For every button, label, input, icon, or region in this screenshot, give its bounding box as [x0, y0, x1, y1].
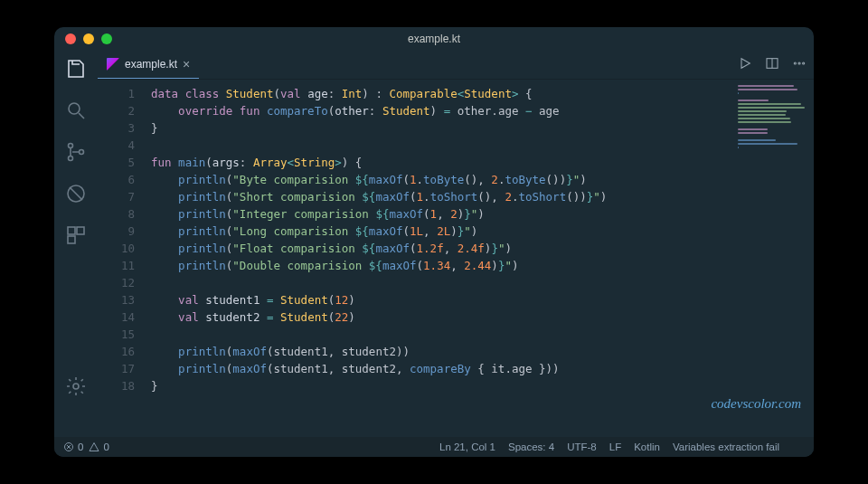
errors-count[interactable]: 0 — [63, 441, 83, 452]
svg-rect-5 — [68, 227, 75, 234]
cursor-position[interactable]: Ln 21, Col 1 — [439, 441, 495, 452]
debug-icon[interactable] — [65, 183, 87, 208]
settings-icon[interactable] — [65, 375, 87, 401]
run-icon[interactable] — [738, 56, 752, 74]
zoom-window[interactable] — [101, 33, 112, 44]
kotlin-icon — [107, 58, 119, 71]
svg-point-2 — [69, 157, 73, 161]
more-icon[interactable] — [792, 56, 807, 74]
svg-point-1 — [69, 144, 73, 148]
tab-label: example.kt — [125, 58, 177, 71]
window-title: example.kt — [408, 33, 460, 45]
titlebar: example.kt — [54, 27, 814, 51]
editor-window: example.kt example.kt × — [54, 27, 814, 457]
svg-point-11 — [798, 62, 800, 63]
svg-point-10 — [794, 62, 796, 63]
tab-example-kt[interactable]: example.kt × — [98, 51, 199, 79]
watermark: codevscolor.com — [711, 396, 801, 412]
scm-icon[interactable] — [65, 141, 87, 166]
encoding[interactable]: UTF-8 — [567, 441, 597, 452]
status-extra[interactable]: Variables extraction fail — [673, 441, 779, 452]
line-numbers: 123456789101112131415161718 — [98, 80, 147, 437]
svg-point-0 — [69, 103, 80, 114]
warnings-count[interactable]: 0 — [89, 441, 108, 452]
search-icon[interactable] — [65, 100, 87, 125]
close-icon[interactable]: × — [183, 57, 190, 71]
svg-point-3 — [80, 150, 84, 155]
tab-bar: example.kt × — [98, 51, 814, 80]
code-editor[interactable]: data class Student(val age: Int) : Compa… — [147, 80, 814, 437]
svg-rect-6 — [77, 227, 84, 234]
statusbar: 0 0 Ln 21, Col 1 Spaces: 4 UTF-8 LF Kotl… — [54, 437, 814, 457]
activity-bar — [54, 51, 98, 437]
explorer-icon[interactable] — [65, 58, 87, 83]
svg-point-8 — [73, 384, 79, 389]
svg-rect-7 — [68, 236, 75, 243]
eol[interactable]: LF — [609, 441, 621, 452]
svg-point-12 — [803, 62, 805, 63]
minimize-window[interactable] — [83, 33, 94, 44]
close-window[interactable] — [65, 33, 76, 44]
language-mode[interactable]: Kotlin — [634, 441, 660, 452]
split-editor-icon[interactable] — [765, 56, 779, 74]
indent-setting[interactable]: Spaces: 4 — [508, 441, 554, 452]
extensions-icon[interactable] — [65, 224, 87, 250]
